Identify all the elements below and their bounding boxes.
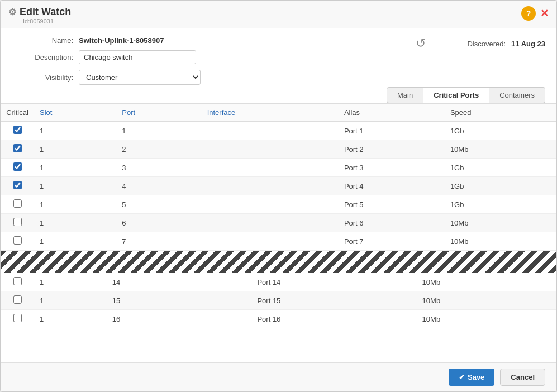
- discovered-area: Discovered: 11 Aug 23: [467, 40, 545, 48]
- alias-cell: Port 4: [339, 177, 445, 195]
- port-cell: 5: [116, 195, 201, 214]
- port-cell: 6: [116, 214, 201, 232]
- slot-cell: 1: [34, 159, 116, 177]
- port-cell: 15: [107, 291, 198, 310]
- slot-cell: 1: [34, 273, 107, 291]
- visibility-label: Visibility:: [12, 73, 73, 82]
- critical-checkbox[interactable]: [13, 181, 22, 189]
- critical-cell: [1, 291, 34, 310]
- table-row: 1 4 Port 4 1Gb: [1, 177, 556, 195]
- alias-cell: Port 16: [251, 310, 416, 328]
- alias-cell: Port 6: [339, 214, 445, 232]
- interface-cell: [202, 195, 339, 214]
- name-label: Name:: [12, 36, 73, 45]
- port-cell: 16: [107, 310, 198, 328]
- table-row: 1 2 Port 2 10Mb: [1, 140, 556, 159]
- table-row: 1 3 Port 3 1Gb: [1, 159, 556, 177]
- port-cell: 1: [116, 122, 201, 140]
- table-row: 1 7 Port 7 10Mb: [1, 232, 556, 251]
- save-label: Save: [468, 373, 484, 381]
- dialog-header: ⚙ Edit Watch Id:8059031 ? ✕: [1, 1, 556, 28]
- slot-cell: 1: [34, 291, 107, 310]
- speed-cell: 10Mb: [445, 140, 556, 159]
- ports-table: Critical Slot Port Interface Alias Speed…: [1, 104, 556, 251]
- dialog-controls: ? ✕: [521, 6, 549, 21]
- table-body: 1 1 Port 1 1Gb 1 2 Port 2 10Mb 1 3 Port …: [1, 122, 556, 251]
- critical-checkbox[interactable]: [13, 218, 22, 226]
- description-label: Description:: [12, 53, 73, 61]
- save-button[interactable]: ✔ Save: [449, 369, 494, 386]
- form-area: Name: Switch-Uplink-1-8058907 Descriptio…: [1, 28, 556, 85]
- interface-cell: [198, 291, 251, 310]
- discovered-label: Discovered:: [467, 40, 506, 48]
- tab-containers[interactable]: Containers: [489, 87, 545, 103]
- speed-cell: 10Mb: [417, 310, 556, 328]
- speed-cell: 1Gb: [445, 159, 556, 177]
- interface-cell: [198, 310, 251, 328]
- port-cell: 2: [116, 140, 201, 159]
- interface-cell: [198, 273, 251, 291]
- table-row: 1 5 Port 5 1Gb: [1, 195, 556, 214]
- col-critical: Critical: [1, 104, 34, 122]
- slot-cell: 1: [34, 310, 107, 328]
- port-cell: 7: [116, 232, 201, 251]
- alias-cell: Port 3: [339, 159, 445, 177]
- critical-checkbox[interactable]: [13, 126, 22, 134]
- form-right: ↺ Discovered: 11 Aug 23: [410, 36, 545, 51]
- description-row: Description:: [12, 50, 388, 64]
- visibility-select[interactable]: Customer Private Public: [79, 70, 201, 85]
- table-row: 1 14 Port 14 10Mb: [1, 273, 556, 291]
- discovered-value: 11 Aug 23: [511, 40, 545, 48]
- critical-cell: [1, 195, 34, 214]
- critical-checkbox[interactable]: [13, 162, 22, 171]
- form-fields: Name: Switch-Uplink-1-8058907 Descriptio…: [12, 36, 388, 85]
- interface-cell: [202, 140, 339, 159]
- cancel-button[interactable]: Cancel: [500, 369, 545, 386]
- table-row: 1 16 Port 16 10Mb: [1, 310, 556, 328]
- close-button[interactable]: ✕: [540, 7, 549, 20]
- slot-cell: 1: [34, 232, 116, 251]
- description-input[interactable]: [79, 50, 196, 64]
- critical-cell: [1, 122, 34, 140]
- critical-checkbox[interactable]: [13, 236, 22, 245]
- slot-cell: 1: [34, 122, 116, 140]
- critical-cell: [1, 214, 34, 232]
- bottom-table-body: 1 14 Port 14 10Mb 1 15 Port 15 10Mb 1 16…: [1, 273, 556, 328]
- port-cell: 14: [107, 273, 198, 291]
- slot-cell: 1: [34, 195, 116, 214]
- critical-checkbox[interactable]: [13, 314, 22, 322]
- gear-icon: ⚙: [8, 7, 16, 17]
- col-slot: Slot: [34, 104, 116, 122]
- tabs-area: Main Critical Ports Containers: [1, 85, 556, 104]
- table-row: 1 1 Port 1 1Gb: [1, 122, 556, 140]
- alias-cell: Port 7: [339, 232, 445, 251]
- help-button[interactable]: ?: [521, 6, 536, 21]
- critical-checkbox[interactable]: [13, 295, 22, 304]
- dialog-title-area: ⚙ Edit Watch Id:8059031: [8, 6, 521, 25]
- visibility-row: Visibility: Customer Private Public: [12, 70, 388, 85]
- scroll-hidden-indicator: [1, 251, 556, 273]
- alias-cell: Port 1: [339, 122, 445, 140]
- slot-cell: 1: [34, 177, 116, 195]
- speed-cell: 10Mb: [417, 291, 556, 310]
- critical-cell: [1, 159, 34, 177]
- critical-checkbox[interactable]: [13, 144, 22, 152]
- col-speed: Speed: [445, 104, 556, 122]
- speed-cell: 10Mb: [445, 232, 556, 251]
- critical-cell: [1, 177, 34, 195]
- table-row: 1 6 Port 6 10Mb: [1, 214, 556, 232]
- alias-cell: Port 5: [339, 195, 445, 214]
- tab-main[interactable]: Main: [387, 87, 423, 103]
- speed-cell: 1Gb: [445, 177, 556, 195]
- col-alias: Alias: [339, 104, 445, 122]
- edit-watch-dialog: ⚙ Edit Watch Id:8059031 ? ✕ Name: Switch…: [0, 0, 557, 392]
- critical-checkbox[interactable]: [13, 277, 22, 285]
- alias-cell: Port 15: [251, 291, 416, 310]
- port-cell: 3: [116, 159, 201, 177]
- critical-checkbox[interactable]: [13, 199, 22, 208]
- reset-button[interactable]: ↺: [416, 36, 426, 51]
- dialog-title: ⚙ Edit Watch: [8, 6, 521, 18]
- tab-critical-ports[interactable]: Critical Ports: [423, 87, 489, 103]
- checkmark-icon: ✔: [459, 373, 465, 381]
- interface-cell: [202, 122, 339, 140]
